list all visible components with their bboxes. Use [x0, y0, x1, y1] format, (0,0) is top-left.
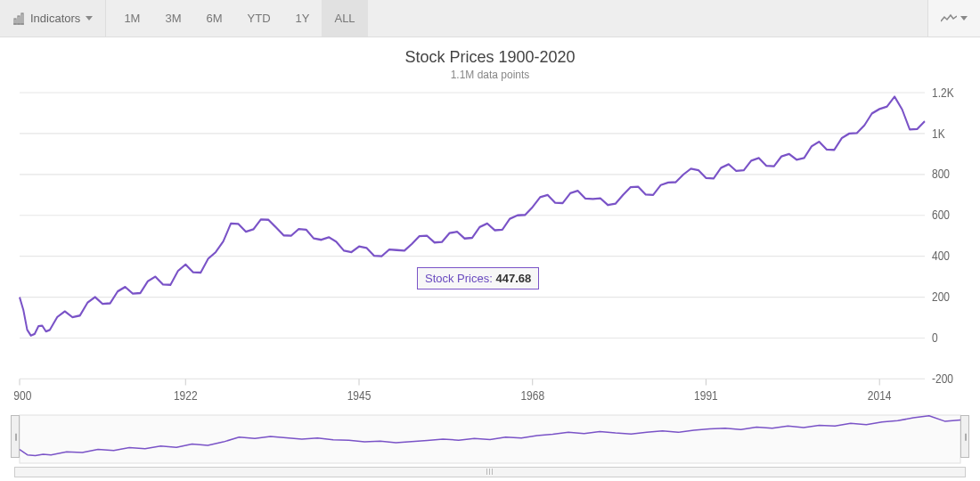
svg-text:1K: 1K — [932, 126, 945, 141]
chart-type-button[interactable] — [927, 0, 980, 37]
chart-panel: Stock Prices 1900-2020 1.1M data points … — [0, 37, 980, 481]
svg-text:1.2K: 1.2K — [932, 86, 954, 100]
line-chart-icon — [941, 13, 957, 24]
svg-text:1922: 1922 — [174, 388, 198, 403]
app-root: Indicators 1M3M6MYTD1YALL Stock Prices 1… — [0, 0, 980, 481]
svg-text:400: 400 — [932, 249, 950, 263]
title-block: Stock Prices 1900-2020 1.1M data points — [0, 48, 980, 81]
svg-text:1945: 1945 — [347, 388, 372, 403]
range-button-ytd[interactable]: YTD — [235, 0, 283, 37]
chart-svg: -20002004006008001K1.2K19001922194519681… — [14, 86, 966, 408]
navigator-svg — [14, 408, 966, 467]
chart-subtitle: 1.1M data points — [0, 69, 980, 81]
svg-text:1968: 1968 — [520, 388, 544, 403]
toolbar-spacer — [368, 0, 927, 37]
plot-area[interactable]: -20002004006008001K1.2K19001922194519681… — [14, 86, 966, 408]
svg-text:200: 200 — [932, 289, 950, 304]
indicators-label: Indicators — [30, 12, 80, 25]
svg-text:0: 0 — [932, 330, 938, 345]
navigator-handle-left[interactable]: ∥ — [11, 415, 20, 458]
caret-down-icon — [960, 16, 968, 20]
svg-text:800: 800 — [932, 167, 950, 182]
navigator-handle-right[interactable]: ∥ — [960, 415, 969, 458]
range-button-1m[interactable]: 1M — [111, 0, 152, 37]
range-button-all[interactable]: ALL — [322, 0, 367, 37]
range-button-6m[interactable]: 6M — [194, 0, 235, 37]
svg-text:600: 600 — [932, 208, 950, 223]
svg-text:1991: 1991 — [694, 388, 718, 403]
chart-title: Stock Prices 1900-2020 — [0, 48, 980, 67]
range-selector: 1M3M6MYTD1YALL — [111, 0, 367, 37]
range-button-1y[interactable]: 1Y — [283, 0, 323, 37]
svg-text:2014: 2014 — [868, 388, 892, 403]
svg-text:1900: 1900 — [14, 388, 31, 403]
svg-rect-1 — [14, 19, 16, 24]
bar-chart-icon — [12, 12, 25, 25]
svg-rect-3 — [21, 13, 23, 24]
range-button-3m[interactable]: 3M — [152, 0, 193, 37]
navigator: ∥ ∥ lll — [14, 408, 966, 477]
caret-down-icon — [86, 16, 93, 20]
svg-rect-2 — [18, 16, 20, 24]
indicators-button[interactable]: Indicators — [0, 0, 106, 37]
svg-text:-200: -200 — [932, 371, 953, 386]
navigator-scrollbar[interactable]: lll — [14, 467, 966, 477]
toolbar: Indicators 1M3M6MYTD1YALL — [0, 0, 980, 37]
